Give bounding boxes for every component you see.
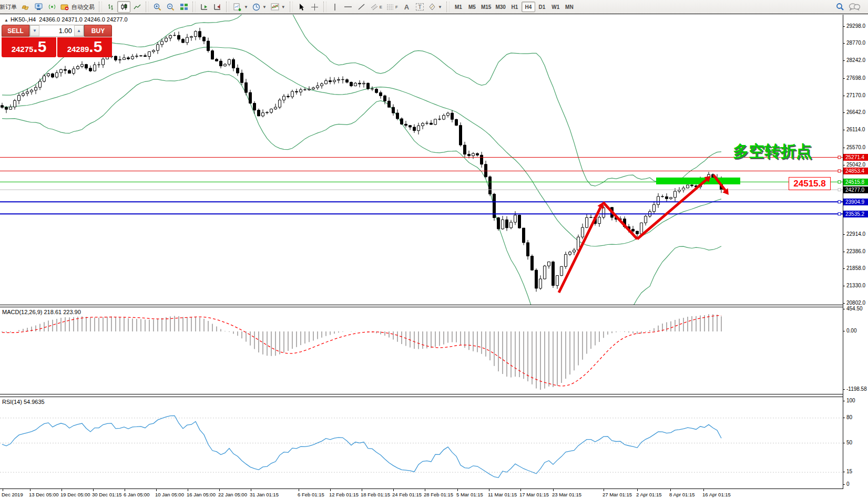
price-level-chip[interactable]: 25271.4 [843,154,868,161]
timeframe-m5[interactable]: M5 [465,2,479,12]
rsi-tick-label: 50 [846,440,852,445]
rsi-tick-label: 80 [846,414,852,420]
sell-button[interactable]: SELL [2,25,29,37]
price-callout-label[interactable]: 24515.8 [789,177,831,190]
line-handle[interactable] [838,201,841,203]
time-tick-label: 8 Apr 01:15 [669,492,695,497]
candle-chart-button[interactable] [117,1,130,13]
period-dropdown[interactable]: ▼ [250,1,269,13]
line-handle[interactable] [838,170,841,172]
autotrade-label: 自动交易 [72,3,95,11]
line-handle[interactable] [838,181,841,183]
ohlc-readout: 24366.0 24371.0 24246.0 24277.0 [39,16,127,23]
main-chart-canvas[interactable] [0,15,843,305]
indicators-icon [271,3,279,11]
rsi-canvas[interactable] [0,397,843,488]
line-chart-button[interactable] [130,1,144,13]
market-depth-button[interactable] [19,1,32,13]
terminal-button[interactable] [32,1,45,13]
label-tool-button[interactable]: T [413,1,426,13]
price-level-chip[interactable]: 24853.4 [843,168,868,174]
new-order-button[interactable]: 新订单 [0,1,19,13]
chart-shift-button[interactable] [211,1,224,13]
trendline-tool-button[interactable] [355,1,368,13]
zoom-out-button[interactable] [164,1,177,13]
price-tick-mark [843,96,845,96]
timeframe-mn[interactable]: MN [563,2,576,12]
autotrade-button[interactable]: 自动交易 [58,1,97,13]
autotrade-icon [60,3,70,11]
time-tick-mark [251,489,251,491]
volume-up-button[interactable]: ▲ [74,25,84,36]
cursor-button[interactable] [295,1,308,13]
trend-arrow-line[interactable] [603,202,637,239]
line-handle[interactable] [838,156,841,159]
time-tick-mark [425,489,425,491]
time-tick-mark [457,489,458,491]
trend-arrow-line[interactable] [559,207,600,293]
price-level-chip[interactable]: 23904.9 [843,199,868,205]
shapes-dropdown[interactable]: ▼ [426,1,444,13]
tile-windows-button[interactable] [177,1,190,13]
macd-tick-label: -1198.58 [846,386,867,392]
bear-candles [1,32,723,288]
timeframe-m1[interactable]: M1 [452,2,465,12]
toolbar-separator [192,2,196,12]
price-level-chip[interactable]: 24515.8 [843,179,868,185]
fibo-letter: F [395,5,398,9]
time-tick-label: 17 Mar 01:15 [519,492,549,497]
new-chart-dropdown[interactable]: ▼ [231,1,250,13]
timeframe-m15[interactable]: M15 [479,2,493,12]
time-tick-mark [219,489,220,491]
main-chart-pane[interactable] [0,15,843,305]
signal-icon [48,3,56,11]
collapse-arrow-icon[interactable]: ▲ [4,18,8,23]
text-tool-button[interactable]: A [400,1,413,13]
volume-down-button[interactable]: ▼ [30,25,39,36]
support-zone-rect[interactable] [656,178,740,184]
gold-icon [21,3,30,11]
time-tick-label: 22 Jan 05:00 [218,492,247,497]
volume-input[interactable] [39,25,74,36]
channel-tool-button[interactable]: E [368,1,384,13]
fibonacci-tool-button[interactable]: F [384,1,400,13]
price-tick-mark [843,112,845,113]
signal-button[interactable] [45,1,58,13]
time-tick-label: 23 Mar 01:15 [552,492,581,497]
symbol-timeframe: HK50-,H4 [11,16,36,23]
vline-tool-button[interactable] [329,1,342,13]
sell-price-display[interactable]: 24275.5 [2,37,56,57]
timeframe-h4[interactable]: H4 [522,2,535,12]
trend-arrow-line[interactable] [637,180,707,239]
bar-chart-button[interactable] [104,1,117,13]
line-handle[interactable] [838,213,841,215]
crosshair-button[interactable] [308,1,321,13]
timeframe-d1[interactable]: D1 [535,2,549,12]
time-tick-mark [393,489,394,491]
autoscroll-button[interactable] [198,1,211,13]
timeframe-h1[interactable]: H1 [508,2,522,12]
price-level-chip[interactable]: 23535.2 [843,211,868,217]
buy-price-display[interactable]: 24289.5 [57,37,112,57]
rsi-pane[interactable]: RSI(14) 54.9635 [0,397,843,489]
hline-tool-button[interactable] [342,1,355,13]
time-tick-label: Dec 2019 [2,492,23,497]
macd-tick-mark [843,331,845,331]
time-tick-label: 24 Feb 01:15 [392,492,422,497]
toolbar-separator [99,2,102,12]
sell-price-fraction: .5 [33,37,46,56]
zoom-in-button[interactable] [151,1,164,13]
price-axis[interactable]: 29298.028770.028242.027698.027170.026642… [843,0,868,499]
timeframe-w1[interactable]: W1 [549,2,563,12]
time-tick-mark [520,489,521,491]
price-tick-label: 27698.0 [846,75,865,81]
line-handle[interactable] [838,189,841,191]
price-tick-label: 20802.0 [846,300,865,306]
time-axis[interactable]: Dec 201913 Dec 05:0019 Dec 05:0030 Dec 0… [0,489,868,499]
indicators-dropdown[interactable]: ▼ [269,1,288,13]
price-level-chip[interactable]: 24277.0 [843,186,868,193]
timeframe-m30[interactable]: M30 [493,2,507,12]
buy-button[interactable]: BUY [84,25,112,37]
macd-pane[interactable]: MACD(12,26,9) 218.61 223.90 [0,307,843,394]
macd-canvas[interactable] [0,307,843,394]
